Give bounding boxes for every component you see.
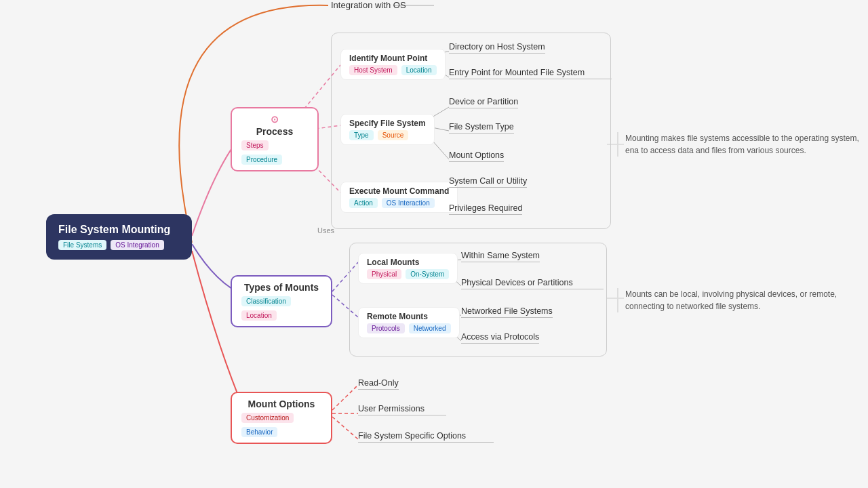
svg-line-10 [332,262,358,291]
execute-tag-action: Action [349,198,378,208]
leaf-privileges: Privileges Required [449,203,522,215]
process-tag-procedure: Procedure [241,155,282,165]
leaf-userperm: User Permissions [358,404,446,415]
pin-icon: ⊙ [241,114,308,125]
root-tag-osintegration: OS Integration [111,240,163,250]
identify-tag-location: Location [401,65,437,75]
process-title: Process [241,126,308,137]
local-label: Local Mounts [367,258,449,267]
types-node[interactable]: Types of Mounts Classification Location [231,275,332,327]
leaf-fsoptions: File System Specific Options [358,431,494,443]
options-tag-behavior: Behavior [241,427,277,437]
leaf-fstype: File System Type [449,122,514,134]
remote-tag-protocols: Protocols [367,323,405,333]
root-node[interactable]: File System Mounting File Systems OS Int… [46,214,192,260]
specify-tag-type: Type [349,130,374,140]
local-tag-physical: Physical [367,269,401,279]
uses-label: Uses [317,226,334,235]
leaf-within: Within Same System [461,251,540,262]
leaf-directory: Directory on Host System [449,42,545,54]
types-tag-location: Location [241,310,277,321]
root-tag-filesystems: File Systems [58,240,106,250]
integration-os-item: Integration with OS [331,0,406,11]
types-tag-classification: Classification [241,296,291,306]
options-title: Mount Options [241,399,321,409]
identify-node[interactable]: Identify Mount Point Host System Locatio… [340,49,446,80]
leaf-protocols: Access via Protocols [461,332,539,344]
local-tag-onsystem: On-System [406,269,449,279]
svg-line-16 [332,385,358,410]
leaf-networked: Networked File Systems [461,306,553,318]
remote-tag-networked: Networked [409,323,451,333]
options-tag-customization: Customization [241,413,294,423]
root-title: File System Mounting [58,224,180,236]
identify-tag-hostsystem: Host System [349,65,397,75]
execute-tag-osinteraction: OS Interaction [382,198,435,208]
process-tag-steps: Steps [241,140,269,150]
specify-label: Specify File System [349,119,426,128]
leaf-entry-point: Entry Point for Mounted File System [449,68,612,79]
leaf-mountopts: Mount Options [449,150,504,162]
options-node[interactable]: Mount Options Customization Behavior [231,392,332,444]
info-panel-types: Mounts can be local, involving physical … [617,288,861,312]
remote-label: Remote Mounts [367,312,451,321]
leaf-physical: Physical Devices or Partitions [461,278,604,289]
leaf-syscall: System Call or Utility [449,176,527,188]
execute-label: Execute Mount Command [349,186,449,196]
local-node[interactable]: Local Mounts Physical On-System [358,253,458,284]
process-node[interactable]: ⊙ Process Steps Procedure [231,107,319,171]
mind-map-canvas: Integration with OS File System Mounting… [0,0,868,488]
leaf-device: Device or Partition [449,97,518,108]
specify-node[interactable]: Specify File System Type Source [340,114,435,145]
specify-tag-source: Source [378,130,409,140]
leaf-readonly: Read-Only [358,378,399,390]
identify-label: Identify Mount Point [349,54,437,63]
types-title: Types of Mounts [241,282,321,293]
svg-line-11 [332,295,358,317]
svg-line-18 [332,417,358,439]
execute-node[interactable]: Execute Mount Command Action OS Interact… [340,182,458,213]
remote-node[interactable]: Remote Mounts Protocols Networked [358,307,460,338]
info-panel-process: Mounting makes file systems accessible t… [617,132,861,157]
